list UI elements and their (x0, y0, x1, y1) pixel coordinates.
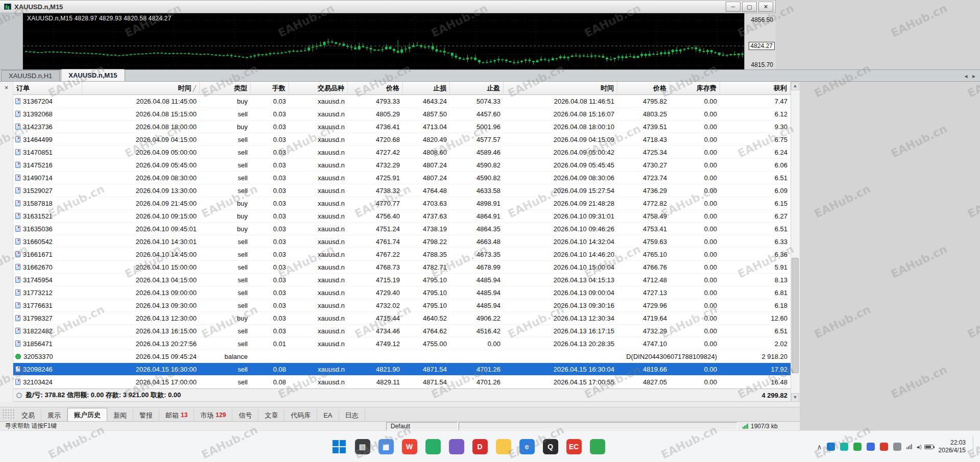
show-desktop-button[interactable] (973, 436, 975, 457)
status-profile[interactable]: Default (386, 422, 458, 430)
window-title: XAUUSD.n,M15 (14, 3, 63, 11)
table-row[interactable]: 315878182026.04.09 21:45:00buy0.03xauusd… (13, 197, 791, 210)
table-row[interactable]: 316626702026.04.10 15:00:00sell0.03xauus… (13, 261, 791, 274)
tab-exposure[interactable]: 展示 (41, 409, 67, 421)
column-header-2[interactable]: 类型 (200, 82, 251, 94)
column-header-6[interactable]: 止损 (403, 82, 450, 94)
table-row[interactable]: 314752162026.04.09 05:45:00sell0.03xauus… (13, 159, 791, 172)
wechat-icon[interactable] (425, 439, 441, 454)
table-row[interactable]: 317732122026.04.13 09:00:00sell0.03xauus… (13, 286, 791, 299)
cell-3: 0.03 (251, 274, 289, 286)
tray-app-6-icon[interactable] (893, 443, 901, 451)
column-header-10[interactable]: 库存费 (670, 82, 720, 94)
table-row[interactable]: 317983272026.04.13 12:30:00buy0.03xauusd… (13, 312, 791, 325)
column-header-5[interactable]: 价格 (348, 82, 403, 94)
panel-left-gutter: × (0, 82, 13, 402)
tab-journal[interactable]: 日志 (339, 409, 365, 421)
table-row[interactable]: 313672042026.04.08 11:45:00buy0.03xauusd… (13, 95, 791, 108)
cell-8 (504, 350, 617, 362)
folder-icon[interactable] (496, 439, 511, 454)
battery-icon[interactable] (924, 445, 934, 449)
cell-1: 2026.04.10 14:45:00 (82, 248, 200, 260)
table-row[interactable]: 314907142026.04.09 08:30:00sell0.03xauus… (13, 172, 791, 184)
calculator-icon[interactable]: ▦ (378, 439, 394, 454)
chart-canvas[interactable]: XAUUSD.n,M15 4828.97 4829.93 4820.58 482… (23, 13, 744, 69)
tray-app-4-icon[interactable] (867, 443, 875, 451)
volume-icon[interactable]: ◄) (915, 444, 921, 450)
tray-app-1-icon[interactable] (827, 443, 835, 451)
panel-close-icon[interactable]: × (3, 84, 11, 92)
qq-icon[interactable]: Q (543, 439, 558, 454)
close-button[interactable]: ✕ (758, 2, 773, 12)
table-row[interactable]: 317459542026.04.13 04:15:00sell0.03xauus… (13, 274, 791, 286)
wps-icon[interactable]: W (402, 439, 417, 454)
tab-scroll-left-icon[interactable]: ◂ (963, 72, 969, 80)
tab-scroll-right-icon[interactable]: ▸ (971, 72, 977, 80)
column-header-8[interactable]: 时间 (504, 82, 617, 94)
ec-icon[interactable]: EC (566, 439, 582, 454)
column-header-11[interactable]: 获利 (720, 82, 791, 94)
cell-10: 0.00 (670, 120, 720, 133)
table-row[interactable]: 316605422026.04.10 14:30:01sell0.03xauus… (13, 235, 791, 248)
table-row[interactable]: 320533702026.04.15 09:45:24balanceD(DIN2… (13, 350, 791, 363)
order-icon (15, 264, 20, 270)
table-row[interactable]: 314237362026.04.08 18:00:00buy0.03xauusd… (13, 120, 791, 133)
cell-6: 4640.52 (403, 312, 450, 324)
scroll-up-icon[interactable]: ▲ (791, 82, 799, 90)
table-row[interactable]: 321034242026.04.15 17:00:00sell0.08xauus… (13, 376, 791, 388)
panel-grip[interactable] (2, 409, 14, 420)
tab-trade[interactable]: 交易 (15, 409, 41, 421)
table-row[interactable]: 314644992026.04.09 04:15:00sell0.03xauus… (13, 133, 791, 146)
minimize-button[interactable]: ─ (726, 2, 740, 12)
column-header-1[interactable]: 时间╱ (82, 82, 200, 94)
tray-app-2-icon[interactable] (840, 443, 848, 451)
network-icon[interactable] (906, 444, 912, 449)
app-violet-icon[interactable] (449, 439, 464, 454)
taskbar-clock[interactable]: 22:03 2026/4/15 (939, 439, 966, 454)
table-row[interactable]: 317766312026.04.13 09:30:00sell0.03xauus… (13, 299, 791, 312)
browser-icon[interactable]: e (519, 439, 535, 454)
tab-alerts[interactable]: 警报 (133, 409, 159, 421)
cell-6: 4764.48 (403, 184, 450, 197)
table-row[interactable]: 318224822026.04.13 16:15:00sell0.03xauus… (13, 325, 791, 337)
table-row[interactable]: 320982462026.04.15 16:30:00sell0.08xauus… (13, 363, 791, 376)
column-header-7[interactable]: 止盈 (450, 82, 504, 94)
restore-button[interactable]: ▢ (742, 2, 757, 12)
tray-app-3-icon[interactable] (853, 443, 862, 451)
file-explorer-icon[interactable]: ▤ (355, 439, 370, 454)
tab-ea[interactable]: EA (317, 409, 339, 421)
cell-1: 2026.04.09 04:15:00 (82, 133, 200, 145)
column-header-0[interactable]: 订单 (13, 82, 82, 94)
tray-app-5-icon[interactable] (880, 443, 888, 451)
app-d-icon[interactable]: D (472, 439, 488, 454)
table-row[interactable]: 316350362026.04.10 09:45:01buy0.03xauusd… (13, 223, 791, 235)
tab-market[interactable]: 市场129 (194, 409, 232, 421)
chart-tab-xauusd-m15[interactable]: XAUUSD.n,M15 (61, 69, 125, 81)
scroll-down-icon[interactable]: ▼ (791, 393, 799, 402)
tab-articles[interactable]: 文章 (258, 409, 284, 421)
tab-signals[interactable]: 信号 (232, 409, 258, 421)
table-row[interactable]: 314708512026.04.09 05:00:00sell0.03xauus… (13, 146, 791, 159)
chart-window-icon (4, 4, 11, 10)
table-row[interactable]: 316616712026.04.10 14:45:00sell0.03xauus… (13, 248, 791, 261)
table-row[interactable]: 316315212026.04.10 09:15:00buy0.03xauusd… (13, 210, 791, 223)
tab-account-history[interactable]: 账户历史 (67, 408, 107, 421)
scrollbar-thumb[interactable] (792, 258, 799, 373)
vertical-scrollbar[interactable]: ▲ ▼ (791, 82, 799, 402)
system-icons[interactable]: ◄) (906, 444, 933, 450)
tab-codebase[interactable]: 代码库 (284, 409, 317, 421)
table-row[interactable]: 315290272026.04.09 13:30:00sell0.03xauus… (13, 184, 791, 197)
tray-chevron-icon[interactable]: ∧ (817, 443, 822, 451)
table-row[interactable]: 313920682026.04.08 15:15:00sell0.03xauus… (13, 108, 791, 120)
column-header-9[interactable]: 价格 (617, 82, 670, 94)
tab-news[interactable]: 新闻 (107, 409, 133, 421)
column-header-4[interactable]: 交易品种 (289, 82, 348, 94)
app-green-icon[interactable] (590, 439, 605, 454)
cell-0: 31490714 (13, 172, 82, 184)
table-row[interactable]: 318564712026.04.13 20:27:56sell0.01xauus… (13, 337, 791, 350)
chart-tab-xauusd-h1[interactable]: XAUUSD.n,H1 (1, 70, 60, 81)
tab-mailbox[interactable]: 邮箱13 (159, 409, 194, 421)
start-button[interactable] (331, 439, 347, 454)
column-header-3[interactable]: 手数 (251, 82, 289, 94)
cell-4: xauusd.n (289, 274, 348, 286)
